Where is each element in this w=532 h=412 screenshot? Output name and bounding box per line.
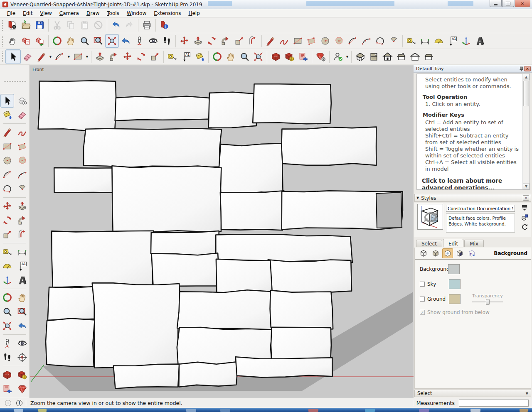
rotated-rectangle-button[interactable] [305,34,318,48]
measurements-input[interactable] [459,400,529,407]
slider-thumb[interactable] [486,299,490,305]
style-description[interactable]: Default face colors. Profile Edges. Whit… [446,213,515,233]
style-name-input[interactable] [446,205,515,212]
view-iso-button[interactable] [353,50,367,64]
line-button[interactable] [34,50,48,64]
eraser-button[interactable] [21,50,34,64]
viewport[interactable]: Front [30,65,414,398]
tape-measure-button[interactable] [0,245,14,259]
taskbar-icon[interactable] [419,409,429,412]
extension-manager-button[interactable] [314,50,328,64]
sky-checkbox[interactable] [420,282,425,287]
scale-button[interactable] [148,50,162,64]
menu-item-view[interactable]: View [36,10,55,17]
taskbar-icon[interactable] [186,409,196,412]
paint-bucket-button[interactable] [0,108,14,122]
arc-dropdown-arrow[interactable]: ▼ [66,55,71,59]
menu-item-extensions[interactable]: Extensions [150,10,185,17]
freehand-button[interactable] [15,125,29,139]
scale-button[interactable] [0,228,14,241]
viewport-canvas[interactable] [30,65,414,398]
zoom-window-button[interactable] [15,305,29,319]
line-button[interactable] [0,125,14,139]
push-pull-button[interactable] [93,50,107,64]
taskbar-icon[interactable] [38,409,47,412]
display-secondary-pane-icon[interactable] [521,204,528,211]
share-component-button[interactable] [296,50,310,64]
line-dropdown-arrow[interactable]: ▼ [48,55,53,59]
print-button[interactable] [140,18,154,32]
toolbar-drag-handle[interactable] [3,81,26,82]
share-model-button[interactable] [283,50,296,64]
arc-button[interactable] [0,168,14,181]
follow-me-button[interactable] [107,50,121,64]
follow-me-button[interactable] [15,213,29,227]
select-button[interactable] [5,49,21,64]
paste-button[interactable] [78,18,91,32]
dimension-button[interactable] [15,245,29,259]
menu-item-window[interactable]: Window [123,10,150,17]
circle-button[interactable] [318,34,332,48]
previous-button[interactable] [119,34,133,48]
arc-3pt-button[interactable] [373,34,387,48]
tape-measure-button[interactable] [165,50,179,64]
shapes-button[interactable] [71,50,85,64]
create-new-style-icon[interactable] [521,214,528,221]
select-button[interactable] [0,94,14,108]
transparency-slider[interactable] [472,299,503,305]
offset-button[interactable] [246,34,260,48]
arc-2pt-button[interactable] [360,34,373,48]
rotate-button[interactable] [134,50,148,64]
rotate-button[interactable] [0,213,14,227]
zoom-window-button[interactable] [91,34,105,48]
minimize-button[interactable] [490,0,502,7]
walk-button[interactable] [160,34,174,48]
toolbar-drag-handle[interactable] [2,35,4,47]
3d-warehouse-button[interactable] [0,368,14,382]
title-bar[interactable]: Veneer-Quarried-Snapped-Ashlar-Tight-Joi… [0,0,532,9]
look-around-button[interactable] [146,34,160,48]
push-pull-button[interactable] [191,34,205,48]
background-color-swatch[interactable] [448,264,460,274]
update-style-icon[interactable] [521,223,528,231]
scroll-up-icon[interactable]: ▲ [523,74,530,80]
tray-footer-select[interactable]: Select ▼ [414,390,531,397]
arc-button[interactable] [346,34,360,48]
sky-color-swatch[interactable] [449,279,461,289]
rotate-button[interactable] [205,34,219,48]
cut-button[interactable] [50,18,64,32]
polygon-button[interactable] [15,154,29,167]
show-ground-checkbox[interactable]: ✓ [420,310,425,315]
axes-button[interactable] [0,273,14,287]
taskbar-icon[interactable] [220,409,230,412]
rectangle-button[interactable] [0,140,14,153]
new-button[interactable] [5,18,19,32]
rectangle-button[interactable] [291,34,305,48]
pan-button[interactable] [64,34,78,48]
instructor-scrollbar[interactable]: ▲ ▼ [522,74,530,189]
watermark-settings-button[interactable] [454,248,465,258]
styles-panel-header[interactable]: ▼ Styles × [414,194,531,202]
maximize-button[interactable] [502,0,514,7]
modeling-settings-button[interactable] [466,248,477,258]
polygon-button[interactable] [332,34,346,48]
look-around-button[interactable] [15,336,29,350]
learn-more-link[interactable]: Click to learn about more advanced opera… [422,177,522,189]
text-button[interactable]: A1 [15,259,29,273]
shapes-dropdown-arrow[interactable]: ▼ [85,55,89,59]
view-back-button[interactable] [408,50,422,64]
menu-item-help[interactable]: Help [185,10,203,17]
extension-warehouse-button[interactable] [15,382,29,396]
rotated-rectangle-button[interactable] [15,140,29,153]
zoom-extents-button[interactable] [0,319,14,333]
axes-button[interactable] [459,34,473,48]
move-button[interactable] [177,34,191,48]
menu-item-draw[interactable]: Draw [83,10,103,17]
taskbar-icon[interactable] [470,409,480,412]
orbit-button[interactable] [210,50,224,64]
undo-button[interactable] [109,18,123,32]
pin-button[interactable] [518,66,524,71]
sign-in-dropdown-arrow[interactable]: ▼ [345,55,350,59]
follow-me-button[interactable] [219,34,232,48]
tape-measure-button[interactable] [404,34,418,48]
